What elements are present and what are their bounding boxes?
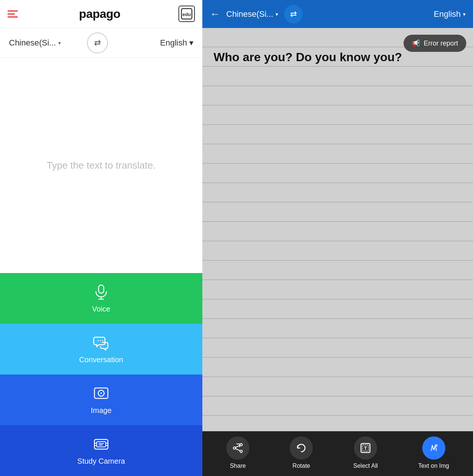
camera-feed: Who are you? Do you know you? bbox=[202, 28, 473, 431]
voice-mode-button[interactable]: Voice bbox=[0, 273, 202, 324]
text-on-img-icon bbox=[422, 436, 445, 460]
text-input-area[interactable]: Type the text to translate. bbox=[0, 58, 202, 273]
back-button[interactable]: ← bbox=[210, 8, 220, 20]
image-mode-button[interactable]: Image bbox=[0, 375, 202, 425]
conversation-icon bbox=[93, 334, 109, 353]
image-mode-label: Image bbox=[91, 406, 112, 415]
text-on-img-button[interactable]: Text on Img bbox=[418, 436, 449, 469]
right-panel: ← Chinese(Si... ▾ ⇄ English ▾ Who are yo… bbox=[202, 0, 473, 476]
text-on-img-label: Text on Img bbox=[418, 463, 449, 469]
right-target-chevron: ▾ bbox=[463, 11, 466, 17]
svg-rect-2 bbox=[99, 285, 104, 293]
svg-point-10 bbox=[100, 392, 102, 394]
right-source-language-label: Chinese(Si... bbox=[226, 9, 273, 19]
svg-line-26 bbox=[236, 449, 240, 451]
conversation-mode-label: Conversation bbox=[79, 356, 123, 364]
select-all-label: Select All bbox=[353, 463, 378, 469]
rotate-label: Rotate bbox=[293, 463, 310, 469]
language-bar: Chinese(Si... ▾ ⇄ English ▾ bbox=[0, 28, 202, 58]
rotate-icon bbox=[290, 436, 313, 460]
app-logo: papago bbox=[21, 7, 178, 21]
study-camera-mode-label: Study Camera bbox=[77, 457, 125, 466]
svg-text:edu: edu bbox=[182, 12, 191, 17]
select-all-icon: T bbox=[354, 436, 377, 460]
svg-point-24 bbox=[240, 450, 242, 452]
edu-button[interactable]: edu bbox=[178, 6, 195, 22]
svg-point-23 bbox=[233, 447, 236, 449]
svg-point-22 bbox=[240, 444, 242, 446]
target-lang-chevron: ▾ bbox=[189, 38, 193, 48]
left-header: papago edu bbox=[0, 0, 202, 28]
menu-button[interactable] bbox=[7, 7, 21, 21]
mode-buttons: Voice Conversation bbox=[0, 273, 202, 476]
image-icon bbox=[93, 385, 109, 403]
right-target-language-selector[interactable]: English ▾ bbox=[434, 9, 466, 19]
error-report-button[interactable]: 📢 Error report bbox=[404, 35, 466, 52]
source-lang-chevron: ▾ bbox=[58, 40, 61, 46]
share-label: Share bbox=[230, 463, 246, 469]
left-panel: papago edu Chinese(Si... ▾ ⇄ English ▾ T… bbox=[0, 0, 202, 476]
share-button[interactable]: Share bbox=[226, 436, 249, 469]
right-swap-button[interactable]: ⇄ bbox=[284, 5, 303, 24]
microphone-icon bbox=[93, 284, 109, 302]
source-language-selector[interactable]: Chinese(Si... ▾ bbox=[9, 38, 61, 48]
conversation-mode-button[interactable]: Conversation bbox=[0, 324, 202, 375]
bottom-toolbar: Share Rotate T Select All bbox=[202, 431, 473, 476]
rotate-button[interactable]: Rotate bbox=[290, 436, 313, 469]
study-camera-mode-button[interactable]: Study Camera bbox=[0, 425, 202, 476]
source-language-label: Chinese(Si... bbox=[9, 38, 56, 48]
svg-rect-12 bbox=[97, 442, 106, 447]
right-header: ← Chinese(Si... ▾ ⇄ English ▾ bbox=[202, 0, 473, 28]
svg-rect-21 bbox=[202, 28, 473, 431]
select-all-button[interactable]: T Select All bbox=[353, 436, 378, 469]
target-language-label: English bbox=[160, 38, 187, 48]
camera-view: Who are you? Do you know you? 📢 Error re… bbox=[202, 28, 473, 431]
svg-text:T: T bbox=[364, 445, 367, 451]
share-icon bbox=[226, 436, 249, 460]
study-camera-icon bbox=[93, 436, 109, 454]
right-target-language-label: English bbox=[434, 9, 461, 19]
error-report-label: Error report bbox=[424, 40, 458, 47]
input-placeholder: Type the text to translate. bbox=[47, 160, 156, 171]
swap-languages-button[interactable]: ⇄ bbox=[87, 32, 108, 53]
target-language-selector[interactable]: English ▾ bbox=[160, 38, 193, 48]
voice-mode-label: Voice bbox=[92, 305, 111, 313]
right-source-chevron: ▾ bbox=[276, 11, 278, 17]
right-source-language-selector[interactable]: Chinese(Si... ▾ bbox=[226, 9, 278, 19]
megaphone-icon: 📢 bbox=[412, 39, 420, 47]
detected-text: Who are you? Do you know you? bbox=[214, 50, 466, 64]
